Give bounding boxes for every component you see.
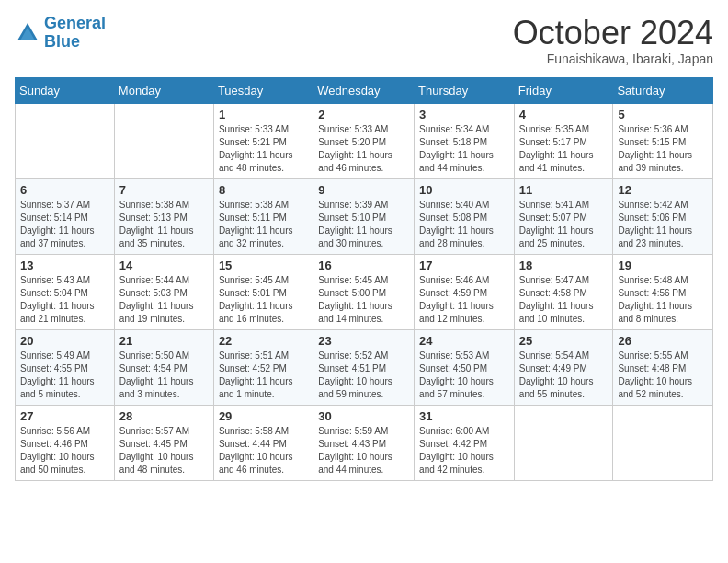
calendar-cell: 1Sunrise: 5:33 AM Sunset: 5:21 PM Daylig… — [213, 103, 313, 178]
day-number: 18 — [519, 259, 609, 272]
calendar-cell: 31Sunrise: 6:00 AM Sunset: 4:42 PM Dayli… — [415, 405, 515, 480]
day-number: 29 — [219, 409, 308, 423]
calendar-week-4: 20Sunrise: 5:49 AM Sunset: 4:55 PM Dayli… — [16, 329, 713, 405]
day-number: 24 — [419, 334, 509, 348]
day-detail: Sunrise: 5:58 AM Sunset: 4:44 PM Dayligh… — [219, 425, 308, 477]
calendar-cell: 17Sunrise: 5:46 AM Sunset: 4:59 PM Dayli… — [415, 254, 515, 329]
day-detail: Sunrise: 5:54 AM Sunset: 4:49 PM Dayligh… — [519, 350, 609, 401]
calendar-cell: 27Sunrise: 5:56 AM Sunset: 4:46 PM Dayli… — [16, 405, 115, 480]
day-number: 25 — [519, 334, 609, 348]
day-detail: Sunrise: 5:37 AM Sunset: 5:14 PM Dayligh… — [20, 199, 109, 250]
weekday-header-tuesday: Tuesday — [213, 77, 313, 103]
logo-icon — [15, 20, 40, 46]
day-detail: Sunrise: 5:47 AM Sunset: 4:58 PM Dayligh… — [519, 274, 609, 326]
day-number: 31 — [419, 409, 509, 423]
calendar-cell: 29Sunrise: 5:58 AM Sunset: 4:44 PM Dayli… — [213, 405, 313, 480]
day-number: 15 — [219, 259, 308, 272]
calendar-cell: 30Sunrise: 5:59 AM Sunset: 4:43 PM Dayli… — [313, 405, 415, 480]
day-detail: Sunrise: 5:45 AM Sunset: 5:01 PM Dayligh… — [219, 274, 308, 326]
day-detail: Sunrise: 5:38 AM Sunset: 5:13 PM Dayligh… — [119, 199, 209, 250]
day-detail: Sunrise: 5:55 AM Sunset: 4:48 PM Dayligh… — [618, 350, 708, 401]
day-number: 10 — [419, 183, 509, 197]
calendar-cell: 19Sunrise: 5:48 AM Sunset: 4:56 PM Dayli… — [613, 254, 713, 329]
weekday-header-monday: Monday — [114, 77, 213, 103]
weekday-header-sunday: Sunday — [16, 77, 115, 103]
calendar-cell: 20Sunrise: 5:49 AM Sunset: 4:55 PM Dayli… — [16, 329, 115, 405]
calendar-cell — [613, 405, 713, 480]
month-title: October 2024 — [513, 15, 713, 52]
logo: General Blue — [15, 15, 106, 52]
day-detail: Sunrise: 5:57 AM Sunset: 4:45 PM Dayligh… — [119, 425, 209, 477]
day-detail: Sunrise: 6:00 AM Sunset: 4:42 PM Dayligh… — [419, 425, 509, 477]
calendar-week-3: 13Sunrise: 5:43 AM Sunset: 5:04 PM Dayli… — [16, 254, 713, 329]
day-detail: Sunrise: 5:35 AM Sunset: 5:17 PM Dayligh… — [519, 123, 609, 175]
day-detail: Sunrise: 5:34 AM Sunset: 5:18 PM Dayligh… — [419, 123, 509, 175]
location: Funaishikawa, Ibaraki, Japan — [513, 52, 713, 66]
day-number: 20 — [20, 334, 109, 348]
day-detail: Sunrise: 5:53 AM Sunset: 4:50 PM Dayligh… — [419, 350, 509, 401]
day-detail: Sunrise: 5:52 AM Sunset: 4:51 PM Dayligh… — [318, 350, 409, 401]
day-number: 14 — [119, 259, 209, 272]
day-number: 27 — [20, 409, 109, 423]
day-number: 3 — [419, 108, 509, 121]
day-number: 19 — [618, 259, 708, 272]
day-number: 6 — [20, 183, 109, 197]
day-number: 22 — [219, 334, 308, 348]
weekday-header-friday: Friday — [514, 77, 613, 103]
calendar-week-1: 1Sunrise: 5:33 AM Sunset: 5:21 PM Daylig… — [16, 103, 713, 178]
calendar-cell: 22Sunrise: 5:51 AM Sunset: 4:52 PM Dayli… — [213, 329, 313, 405]
calendar-cell: 8Sunrise: 5:38 AM Sunset: 5:11 PM Daylig… — [213, 178, 313, 254]
calendar-cell: 2Sunrise: 5:33 AM Sunset: 5:20 PM Daylig… — [313, 103, 415, 178]
calendar-cell: 24Sunrise: 5:53 AM Sunset: 4:50 PM Dayli… — [415, 329, 515, 405]
calendar-cell: 28Sunrise: 5:57 AM Sunset: 4:45 PM Dayli… — [114, 405, 213, 480]
weekday-header-saturday: Saturday — [613, 77, 713, 103]
page-header: General Blue October 2024 Funaishikawa, … — [15, 15, 713, 66]
calendar-cell — [114, 103, 213, 178]
day-detail: Sunrise: 5:43 AM Sunset: 5:04 PM Dayligh… — [20, 274, 109, 326]
day-detail: Sunrise: 5:51 AM Sunset: 4:52 PM Dayligh… — [219, 350, 308, 401]
day-detail: Sunrise: 5:42 AM Sunset: 5:06 PM Dayligh… — [618, 199, 708, 250]
calendar-cell: 18Sunrise: 5:47 AM Sunset: 4:58 PM Dayli… — [514, 254, 613, 329]
day-number: 23 — [318, 334, 409, 348]
calendar-cell: 16Sunrise: 5:45 AM Sunset: 5:00 PM Dayli… — [313, 254, 415, 329]
day-detail: Sunrise: 5:44 AM Sunset: 5:03 PM Dayligh… — [119, 274, 209, 326]
calendar-cell: 23Sunrise: 5:52 AM Sunset: 4:51 PM Dayli… — [313, 329, 415, 405]
day-number: 7 — [119, 183, 209, 197]
calendar-cell: 15Sunrise: 5:45 AM Sunset: 5:01 PM Dayli… — [213, 254, 313, 329]
day-detail: Sunrise: 5:49 AM Sunset: 4:55 PM Dayligh… — [20, 350, 109, 401]
day-detail: Sunrise: 5:39 AM Sunset: 5:10 PM Dayligh… — [318, 199, 409, 250]
calendar-cell: 4Sunrise: 5:35 AM Sunset: 5:17 PM Daylig… — [514, 103, 613, 178]
day-number: 4 — [519, 108, 609, 121]
day-number: 9 — [318, 183, 409, 197]
day-detail: Sunrise: 5:33 AM Sunset: 5:20 PM Dayligh… — [318, 123, 409, 175]
day-detail: Sunrise: 5:45 AM Sunset: 5:00 PM Dayligh… — [318, 274, 409, 326]
day-detail: Sunrise: 5:36 AM Sunset: 5:15 PM Dayligh… — [618, 123, 708, 175]
day-detail: Sunrise: 5:40 AM Sunset: 5:08 PM Dayligh… — [419, 199, 509, 250]
calendar-cell — [16, 103, 115, 178]
calendar-cell: 25Sunrise: 5:54 AM Sunset: 4:49 PM Dayli… — [514, 329, 613, 405]
title-block: October 2024 Funaishikawa, Ibaraki, Japa… — [513, 15, 713, 66]
calendar-table: SundayMondayTuesdayWednesdayThursdayFrid… — [15, 77, 713, 481]
day-detail: Sunrise: 5:59 AM Sunset: 4:43 PM Dayligh… — [318, 425, 409, 477]
day-number: 8 — [219, 183, 308, 197]
calendar-cell: 3Sunrise: 5:34 AM Sunset: 5:18 PM Daylig… — [415, 103, 515, 178]
day-detail: Sunrise: 5:38 AM Sunset: 5:11 PM Dayligh… — [219, 199, 308, 250]
day-number: 1 — [219, 108, 308, 121]
calendar-header: SundayMondayTuesdayWednesdayThursdayFrid… — [16, 77, 713, 103]
calendar-cell: 5Sunrise: 5:36 AM Sunset: 5:15 PM Daylig… — [613, 103, 713, 178]
day-number: 2 — [318, 108, 409, 121]
day-number: 12 — [618, 183, 708, 197]
weekday-header-wednesday: Wednesday — [313, 77, 415, 103]
calendar-cell: 10Sunrise: 5:40 AM Sunset: 5:08 PM Dayli… — [415, 178, 515, 254]
calendar-cell: 21Sunrise: 5:50 AM Sunset: 4:54 PM Dayli… — [114, 329, 213, 405]
calendar-cell: 11Sunrise: 5:41 AM Sunset: 5:07 PM Dayli… — [514, 178, 613, 254]
day-detail: Sunrise: 5:50 AM Sunset: 4:54 PM Dayligh… — [119, 350, 209, 401]
day-number: 30 — [318, 409, 409, 423]
calendar-cell: 12Sunrise: 5:42 AM Sunset: 5:06 PM Dayli… — [613, 178, 713, 254]
calendar-cell: 7Sunrise: 5:38 AM Sunset: 5:13 PM Daylig… — [114, 178, 213, 254]
day-detail: Sunrise: 5:41 AM Sunset: 5:07 PM Dayligh… — [519, 199, 609, 250]
day-number: 16 — [318, 259, 409, 272]
day-number: 17 — [419, 259, 509, 272]
calendar-cell: 26Sunrise: 5:55 AM Sunset: 4:48 PM Dayli… — [613, 329, 713, 405]
calendar-cell: 9Sunrise: 5:39 AM Sunset: 5:10 PM Daylig… — [313, 178, 415, 254]
